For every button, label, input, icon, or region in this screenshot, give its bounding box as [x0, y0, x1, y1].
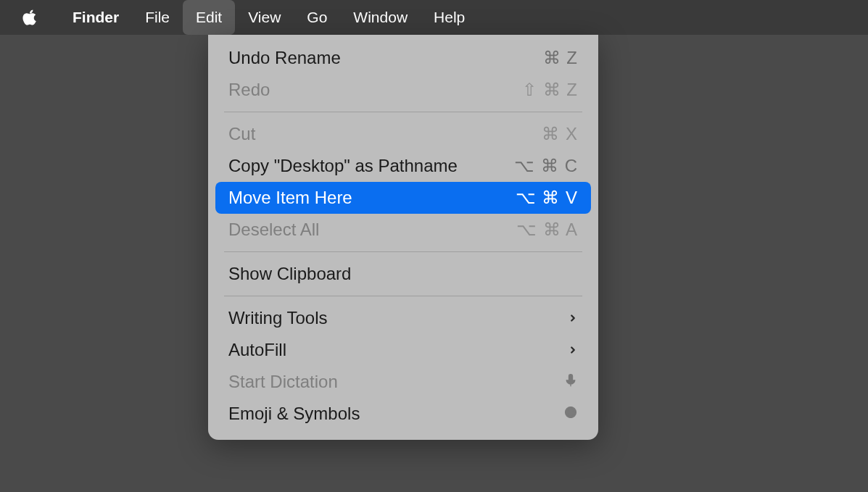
menu-item-emoji-symbols[interactable]: Emoji & Symbols: [215, 398, 591, 430]
menu-item-shortcut: ⌥ ⌘ C: [514, 156, 578, 176]
apple-logo-icon[interactable]: [22, 8, 38, 27]
menu-item-label: Redo: [228, 80, 270, 100]
menu-item-start-dictation: Start Dictation: [215, 366, 591, 398]
menu-separator: [224, 296, 582, 296]
globe-icon: [563, 404, 578, 424]
mic-icon: [563, 372, 578, 392]
menubar-item-help[interactable]: Help: [421, 0, 478, 35]
menu-item-label: AutoFill: [228, 340, 286, 360]
menu-item-label: Writing Tools: [228, 308, 328, 328]
menu-item-label: Show Clipboard: [228, 264, 351, 284]
menu-item-undo[interactable]: Undo Rename ⌘ Z: [215, 42, 591, 74]
menubar-item-view[interactable]: View: [235, 0, 294, 35]
menu-item-label: Cut: [228, 124, 255, 144]
menu-item-label: Move Item Here: [228, 188, 352, 208]
menu-item-move-item-here[interactable]: Move Item Here ⌥ ⌘ V: [215, 182, 591, 214]
menu-item-shortcut: ⌥ ⌘ V: [516, 188, 578, 208]
menu-item-shortcut: ⌘ X: [542, 124, 578, 144]
menu-item-label: Start Dictation: [228, 372, 338, 392]
menubar-item-edit[interactable]: Edit: [183, 0, 235, 35]
menu-item-copy[interactable]: Copy "Desktop" as Pathname ⌥ ⌘ C: [215, 150, 591, 182]
menubar: Finder File Edit View Go Window Help: [0, 0, 868, 35]
menubar-item-window[interactable]: Window: [340, 0, 421, 35]
menu-item-shortcut: ⇧ ⌘ Z: [522, 80, 578, 100]
menu-item-cut: Cut ⌘ X: [215, 118, 591, 150]
menu-item-show-clipboard[interactable]: Show Clipboard: [215, 258, 591, 290]
edit-dropdown-menu: Undo Rename ⌘ Z Redo ⇧ ⌘ Z Cut ⌘ X Copy …: [208, 35, 598, 440]
menubar-app-name[interactable]: Finder: [59, 9, 132, 26]
menubar-item-file[interactable]: File: [132, 0, 183, 35]
chevron-right-icon: [568, 341, 578, 359]
menu-item-deselect-all: Deselect All ⌥ ⌘ A: [215, 214, 591, 246]
menu-separator: [224, 112, 582, 112]
menu-item-label: Undo Rename: [228, 48, 341, 68]
menu-item-label: Copy "Desktop" as Pathname: [228, 156, 458, 176]
menu-separator: [224, 251, 582, 252]
menu-item-redo: Redo ⇧ ⌘ Z: [215, 74, 591, 106]
menubar-item-go[interactable]: Go: [294, 0, 340, 35]
menu-item-label: Deselect All: [228, 220, 319, 240]
menu-item-label: Emoji & Symbols: [228, 404, 360, 424]
menu-item-writing-tools[interactable]: Writing Tools: [215, 302, 591, 334]
menu-item-shortcut: ⌥ ⌘ A: [516, 220, 578, 240]
chevron-right-icon: [568, 309, 578, 328]
menu-item-autofill[interactable]: AutoFill: [215, 334, 591, 366]
menu-item-shortcut: ⌘ Z: [543, 48, 578, 68]
